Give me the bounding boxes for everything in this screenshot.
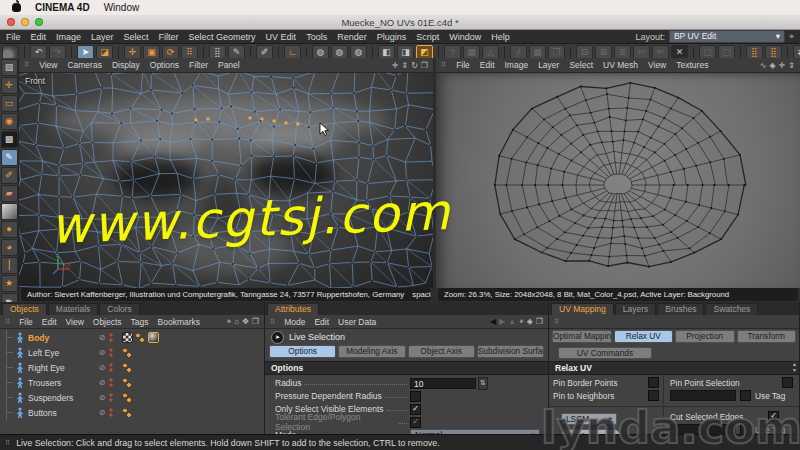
vp-menu-cameras[interactable]: Cameras	[67, 60, 101, 70]
pan-view-icon[interactable]: ✛	[392, 61, 399, 70]
relax-uv-section-header[interactable]: Relax UV ▲▼	[549, 361, 799, 375]
attr-menu-mode[interactable]: Mode	[284, 317, 305, 327]
menu-select[interactable]: Select	[124, 32, 149, 42]
tab-modeling-axis[interactable]: Modeling Axis	[338, 345, 405, 358]
uvp-menu-edit[interactable]: Edit	[480, 60, 495, 70]
vp-menu-panel[interactable]: Panel	[218, 60, 240, 70]
zoom-view-icon[interactable]: ⇕	[401, 61, 408, 70]
viewport-3d-canvas[interactable]: Front Y X	[19, 73, 433, 288]
selection-tag-icon[interactable]	[122, 362, 133, 373]
menu-script[interactable]: Script	[416, 32, 439, 42]
tab-brushes[interactable]: Brushes	[657, 303, 704, 315]
smudge-icon[interactable]: ◕	[1, 239, 18, 256]
pin-selection-field[interactable]	[670, 390, 736, 401]
marquee-select-icon[interactable]: ▭	[1, 95, 18, 112]
tab-relax-uv[interactable]: Relax UV	[614, 330, 674, 343]
display-off-icon[interactable]: ⊘	[96, 363, 108, 372]
lock-icon[interactable]: ◈	[769, 61, 775, 70]
preview-thumb-icon[interactable]: ▨	[1, 59, 18, 76]
menu-select-geometry[interactable]: Select Geometry	[189, 32, 256, 42]
display-off-icon[interactable]: ⊘	[96, 348, 108, 357]
uvw-tag-icon[interactable]	[122, 332, 133, 343]
selection-tag-icon[interactable]	[122, 407, 133, 418]
panel-drag-handle-icon[interactable]: ⠿	[554, 318, 559, 326]
vp-menu-view[interactable]: View	[39, 60, 57, 70]
object-name[interactable]: Left Eye	[28, 348, 96, 358]
display-off-icon[interactable]: ⊘	[96, 378, 108, 387]
menu-file[interactable]: File	[6, 32, 21, 42]
object-name[interactable]: Buttons	[28, 408, 96, 418]
tab-projection[interactable]: Projection	[675, 330, 735, 343]
magic-wand-icon[interactable]: ◉	[1, 113, 18, 130]
selection-tag-icon[interactable]	[122, 392, 133, 403]
pin-point-selection-checkbox[interactable]	[782, 377, 793, 388]
tab-uv-mapping[interactable]: UV Mapping	[551, 303, 614, 315]
vp-menu-display[interactable]: Display	[112, 60, 140, 70]
menu-image[interactable]: Image	[56, 32, 81, 42]
apple-icon[interactable]	[12, 3, 21, 12]
obj-menu-tags[interactable]: Tags	[131, 317, 149, 327]
uv-commands-button[interactable]: UV Commands	[558, 347, 652, 359]
display-off-icon[interactable]: ⊘	[96, 333, 108, 342]
menu-window[interactable]: Window	[449, 32, 481, 42]
tab-swatches[interactable]: Swatches	[705, 303, 758, 315]
radius-stepper[interactable]: ⇅	[478, 377, 488, 390]
home-icon[interactable]: ⌂	[234, 317, 239, 327]
tab-options[interactable]: Options	[269, 345, 336, 358]
pan-view-icon[interactable]: ✛	[779, 61, 786, 70]
gradient-icon[interactable]	[1, 203, 18, 220]
display-off-icon[interactable]: ⊘	[96, 408, 108, 417]
tab-colors[interactable]: Colors	[99, 303, 140, 315]
search-icon[interactable]: ⌖	[519, 317, 524, 327]
uv-grid-icon[interactable]: ▩	[1, 131, 18, 148]
menu-layer[interactable]: Layer	[91, 32, 114, 42]
cut-selected-edges-checkbox[interactable]: ✓	[768, 411, 779, 422]
object-row-trousers[interactable]: Trousers ⊘	[0, 375, 264, 390]
tab-subdivision-surface[interactable]: Subdivision Surface	[477, 345, 544, 358]
uvp-menu-uv-mesh[interactable]: UV Mesh	[603, 60, 638, 70]
menu-help[interactable]: Help	[491, 32, 510, 42]
pin-to-neighbors-checkbox[interactable]	[648, 390, 659, 401]
panel-drag-handle-icon[interactable]: ⠿	[5, 318, 10, 326]
visibility-dots-icon[interactable]	[108, 392, 114, 403]
options-section-header[interactable]: Options	[265, 361, 548, 375]
toggle-view-icon[interactable]: ❐	[421, 61, 428, 70]
minimize-window-button[interactable]	[21, 18, 29, 26]
selection-tag-icon[interactable]	[122, 347, 133, 358]
obj-menu-edit[interactable]: Edit	[42, 317, 57, 327]
fill-droplet-icon[interactable]: ●	[1, 221, 18, 238]
viewport-uv-canvas[interactable]	[436, 73, 800, 288]
line-tool-icon[interactable]: ⎮	[1, 257, 18, 274]
menu-edit[interactable]: Edit	[31, 32, 47, 42]
histogram-icon[interactable]: ∿	[760, 61, 767, 70]
pressure-radius-checkbox[interactable]	[410, 391, 421, 402]
selection-tag-icon[interactable]	[122, 377, 133, 388]
lock-icon[interactable]: ◈	[527, 317, 533, 327]
polygon-shape-icon[interactable]: ★	[1, 275, 18, 292]
object-row-left-eye[interactable]: Left Eye ⊘	[0, 345, 264, 360]
vp-menu-filter[interactable]: Filter	[189, 60, 208, 70]
object-row-suspenders[interactable]: Suspenders ⊘	[0, 390, 264, 405]
search-icon[interactable]: ⌖	[227, 317, 232, 327]
panel-drag-handle-icon[interactable]: ⠿	[24, 61, 29, 69]
macos-app-name[interactable]: CINEMA 4D	[35, 2, 90, 13]
stamp-icon[interactable]: ✐	[1, 167, 18, 184]
uvp-menu-view[interactable]: View	[648, 60, 666, 70]
obj-menu-view[interactable]: View	[66, 317, 84, 327]
parent-icon[interactable]: ▲	[508, 317, 516, 327]
window-icon[interactable]: ❐	[536, 317, 543, 327]
selection-tag-icon[interactable]	[135, 332, 146, 343]
eraser-icon[interactable]: ▰	[1, 185, 18, 202]
uvp-menu-image[interactable]: Image	[505, 60, 529, 70]
radius-input[interactable]: 10	[410, 378, 476, 389]
menu-filter[interactable]: Filter	[159, 32, 179, 42]
rotate-view-icon[interactable]: ↻	[411, 61, 418, 70]
texture-tag-icon[interactable]	[148, 332, 159, 343]
attr-menu-user-data[interactable]: User Data	[338, 317, 376, 327]
visibility-dots-icon[interactable]	[108, 347, 114, 358]
relax-algorithm-dropdown[interactable]: LSCM▾	[561, 413, 617, 425]
object-name[interactable]: Body	[28, 333, 96, 343]
visibility-dots-icon[interactable]	[108, 362, 114, 373]
object-row-body[interactable]: Body ⊘	[0, 330, 264, 345]
uvp-menu-file[interactable]: File	[456, 60, 470, 70]
